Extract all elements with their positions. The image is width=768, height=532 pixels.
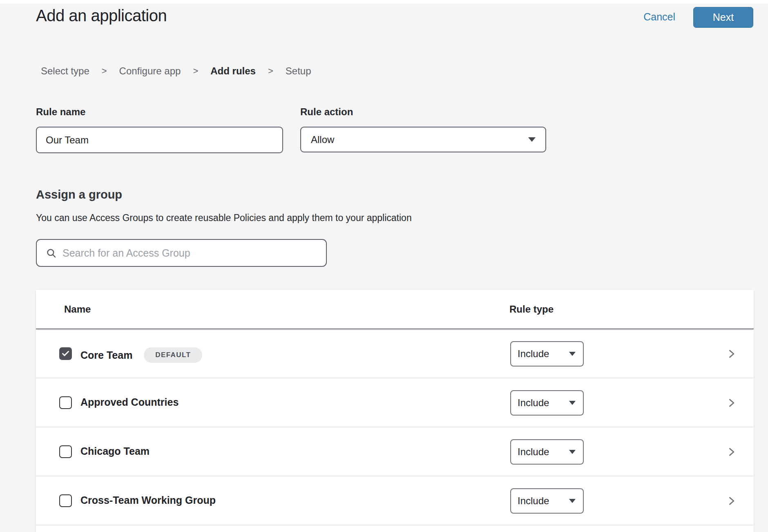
group-name: Chicago Team <box>80 445 150 457</box>
rule-action-select[interactable]: Allow <box>300 127 546 152</box>
access-group-search[interactable] <box>36 239 327 267</box>
search-input[interactable] <box>63 240 320 266</box>
caret-down-icon <box>569 352 576 356</box>
assign-group-description: You can use Access Groups to create reus… <box>36 212 768 224</box>
group-name-cell: Core Team DEFAULT <box>80 347 202 363</box>
caret-down-icon <box>569 401 576 405</box>
rule-type-select[interactable]: Include <box>510 488 584 514</box>
chevron-right-icon[interactable] <box>726 446 737 458</box>
row-checkbox[interactable] <box>59 494 72 507</box>
cancel-button[interactable]: Cancel <box>643 7 675 27</box>
rule-name-field-group: Rule name <box>36 106 283 153</box>
chevron-right-icon[interactable] <box>726 397 737 409</box>
rule-action-field-group: Rule action Allow <box>300 106 546 153</box>
group-name-cell: Approved Countries <box>80 396 179 408</box>
next-button[interactable]: Next <box>693 7 753 28</box>
chevron-right-icon[interactable] <box>726 348 737 360</box>
search-icon <box>46 248 57 259</box>
table-row: Cross-Team Working Group Include <box>36 476 754 525</box>
page-header: Add an application Cancel Next <box>0 0 768 28</box>
group-table-body: Core Team DEFAULT Include Approved Count… <box>36 329 754 525</box>
rule-name-label: Rule name <box>36 106 283 118</box>
rule-type-value: Include <box>518 446 549 458</box>
header-actions: Cancel Next <box>643 6 753 28</box>
rule-type-value: Include <box>518 397 549 409</box>
group-name: Core Team <box>80 349 132 361</box>
table-row: Core Team DEFAULT Include <box>36 329 754 378</box>
breadcrumb-step-select-type[interactable]: Select type <box>41 65 89 77</box>
group-name: Cross-Team Working Group <box>80 494 216 506</box>
breadcrumb: Select type > Configure app > Add rules … <box>41 65 768 77</box>
checkmark-icon <box>61 349 70 358</box>
rule-action-label: Rule action <box>300 106 546 118</box>
row-checkbox[interactable] <box>59 445 72 458</box>
chevron-right-icon[interactable] <box>726 495 737 507</box>
rule-type-select[interactable]: Include <box>510 439 584 465</box>
rule-form: Rule name Rule action Allow <box>36 106 768 153</box>
breadcrumb-separator: > <box>102 66 107 76</box>
page-title: Add an application <box>36 6 167 25</box>
group-name-cell: Cross-Team Working Group <box>80 494 216 506</box>
top-edge <box>0 0 768 4</box>
assign-group-heading: Assign a group <box>36 188 768 201</box>
breadcrumb-step-add-rules[interactable]: Add rules <box>210 65 256 77</box>
breadcrumb-step-setup[interactable]: Setup <box>286 65 311 77</box>
access-group-table: Name Rule type Core Team DEFAULT Include <box>36 290 754 532</box>
rule-action-value: Allow <box>311 134 334 145</box>
breadcrumb-separator: > <box>193 66 198 76</box>
table-row: Approved Countries Include <box>36 378 754 427</box>
caret-down-icon <box>569 499 576 503</box>
column-header-name: Name <box>64 304 91 315</box>
group-name: Approved Countries <box>80 396 179 408</box>
table-row: Chicago Team Include <box>36 427 754 476</box>
rule-type-select[interactable]: Include <box>510 390 584 416</box>
rule-type-value: Include <box>518 348 549 360</box>
rule-name-input[interactable] <box>36 127 283 153</box>
column-header-rule-type: Rule type <box>509 304 554 315</box>
default-badge: DEFAULT <box>144 347 202 363</box>
row-checkbox[interactable] <box>59 396 72 409</box>
rule-type-select[interactable]: Include <box>510 341 584 367</box>
rule-type-value: Include <box>518 495 549 507</box>
breadcrumb-step-configure-app[interactable]: Configure app <box>119 65 181 77</box>
row-checkbox[interactable] <box>59 347 72 360</box>
group-name-cell: Chicago Team <box>80 445 150 457</box>
table-header: Name Rule type <box>36 290 754 329</box>
caret-down-icon <box>528 137 536 142</box>
breadcrumb-separator: > <box>268 66 273 76</box>
caret-down-icon <box>569 450 576 454</box>
